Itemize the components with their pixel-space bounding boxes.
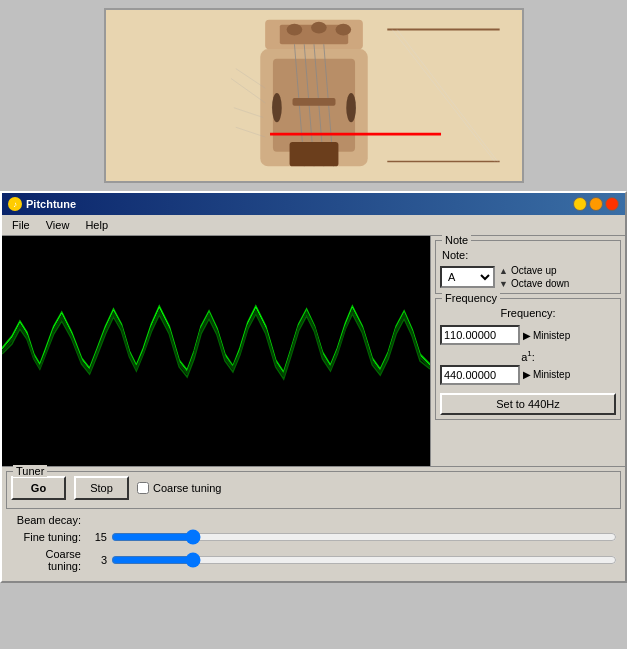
app-title: Pitchtune	[26, 198, 76, 210]
fine-tuning-label: Fine tuning:	[10, 531, 85, 543]
beam-decay-row: Beam decay:	[10, 514, 617, 526]
a1-colon: :	[532, 351, 535, 363]
octave-down-button[interactable]: ▼ Octave down	[499, 278, 569, 289]
frequency-group-title: Frequency	[442, 292, 500, 304]
svg-point-3	[286, 24, 302, 36]
coarse-checkbox-row: Coarse tuning	[137, 482, 222, 494]
frequency-label: Frequency:	[440, 307, 616, 319]
fine-tuning-row: Fine tuning: 15	[10, 529, 617, 545]
set440-button[interactable]: Set to 440Hz	[440, 393, 616, 415]
svg-point-4	[311, 22, 327, 34]
freq1-input[interactable]	[440, 325, 520, 345]
waveform-display	[2, 236, 430, 466]
main-content: Note Note: A B C D E F G ▲	[2, 236, 625, 466]
coarse-tuning-label: Coarse tuning	[153, 482, 222, 494]
freq2-input[interactable]	[440, 365, 520, 385]
octave-buttons: ▲ Octave up ▼ Octave down	[499, 265, 569, 289]
octave-down-label: Octave down	[511, 278, 569, 289]
menu-file[interactable]: File	[6, 217, 36, 233]
sliders-section: Beam decay: Fine tuning: 15 Coarse tunin…	[6, 512, 621, 577]
ministep2-label: Ministep	[533, 369, 570, 380]
a1-label-row: a1:	[440, 349, 616, 363]
fine-tuning-slider[interactable]	[111, 529, 617, 545]
title-bar-left: ♪ Pitchtune	[8, 197, 76, 211]
menu-bar: File View Help	[2, 215, 625, 236]
ministep2-button[interactable]: ▶ Ministep	[523, 369, 570, 380]
minimize-button[interactable]	[573, 197, 587, 211]
tuner-group-title: Tuner	[13, 465, 47, 477]
right-panel: Note Note: A B C D E F G ▲	[430, 236, 625, 466]
octave-up-button[interactable]: ▲ Octave up	[499, 265, 569, 276]
go-button[interactable]: Go	[11, 476, 66, 500]
note-group: Note Note: A B C D E F G ▲	[435, 240, 621, 294]
app-icon: ♪	[8, 197, 22, 211]
ministep1-button[interactable]: ▶ Ministep	[523, 330, 570, 341]
svg-point-5	[335, 24, 351, 36]
app-window: ♪ Pitchtune File View Help	[0, 191, 627, 583]
coarse-tuning-checkbox[interactable]	[137, 482, 149, 494]
freq2-row: ▶ Ministep	[440, 365, 616, 385]
menu-view[interactable]: View	[40, 217, 76, 233]
coarse-tuning-slider[interactable]	[111, 552, 617, 568]
note-controls: A B C D E F G ▲ Octave up	[440, 265, 616, 289]
title-controls	[573, 197, 619, 211]
title-bar: ♪ Pitchtune	[2, 193, 625, 215]
svg-rect-13	[289, 142, 338, 166]
note-select[interactable]: A B C D E F G	[440, 266, 495, 288]
note-group-title: Note	[442, 234, 471, 246]
coarse-tuning-value: 3	[85, 554, 107, 566]
svg-point-14	[271, 93, 281, 122]
menu-help[interactable]: Help	[79, 217, 114, 233]
violin-image	[106, 10, 522, 181]
maximize-button[interactable]	[589, 197, 603, 211]
tuner-section: Tuner Go Stop Coarse tuning Beam decay: …	[2, 466, 625, 581]
octave-up-label: Octave up	[511, 265, 557, 276]
violin-container	[0, 0, 627, 183]
stop-button[interactable]: Stop	[74, 476, 129, 500]
coarse-tuning-label: Coarse tuning:	[10, 548, 85, 572]
ministep1-label: Ministep	[533, 330, 570, 341]
ministep2-arrow: ▶	[523, 369, 531, 380]
svg-rect-12	[292, 98, 335, 106]
octave-up-icon: ▲	[499, 266, 508, 276]
octave-down-icon: ▼	[499, 279, 508, 289]
waveform-area	[2, 236, 430, 466]
freq1-row: ▶ Ministep	[440, 325, 616, 345]
violin-frame	[104, 8, 524, 183]
note-label: Note:	[440, 249, 616, 261]
ministep1-arrow: ▶	[523, 330, 531, 341]
coarse-tuning-row: Coarse tuning: 3	[10, 548, 617, 572]
close-button[interactable]	[605, 197, 619, 211]
svg-rect-25	[2, 236, 430, 466]
tuner-controls: Go Stop Coarse tuning	[11, 476, 616, 500]
beam-decay-label: Beam decay:	[10, 514, 85, 526]
svg-point-15	[346, 93, 356, 122]
fine-tuning-value: 15	[85, 531, 107, 543]
frequency-group: Frequency Frequency: ▶ Ministep a1: ▶	[435, 298, 621, 420]
